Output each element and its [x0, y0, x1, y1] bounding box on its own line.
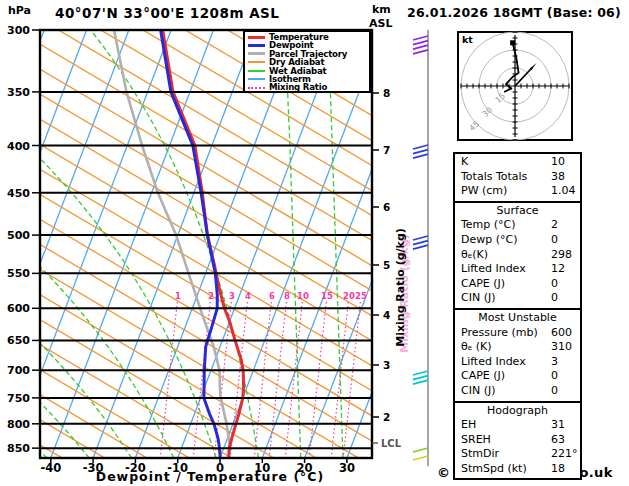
dry-adiabat-line: [0, 30, 232, 458]
pressure-tick-label: 650: [7, 334, 30, 347]
dewpoint-curve: [161, 30, 221, 458]
km-tick-label: 5: [383, 259, 390, 271]
panel-row: Dewp (°C)0: [455, 233, 580, 248]
wind-barb: [413, 456, 428, 460]
panel-row-label: θₑ (K): [461, 340, 492, 353]
panel-row-label: CIN (J): [461, 291, 495, 304]
km-tick-label: 7: [383, 144, 390, 156]
wind-barb-tick: [413, 154, 428, 158]
panel-row-value: 0: [551, 291, 558, 306]
mixing-ratio-value-label: 3: [229, 291, 235, 301]
dry-adiabat-line: [0, 30, 443, 458]
wind-barb-tick: [413, 376, 428, 380]
mixing-ratio-value-label: 2: [208, 291, 214, 301]
indices-panel: K10Totals Totals38PW (cm)1.04SurfaceTemp…: [453, 152, 582, 480]
panel-row-label: CAPE (J): [461, 369, 505, 382]
panel-section-title: Hodograph: [455, 404, 580, 419]
legend-swatch-solid: [248, 44, 265, 47]
panel-row-value: 31: [551, 418, 565, 433]
hodograph-trace-endpoint: [510, 40, 515, 45]
valid-time-title: 26.01.2026 18GMT (Base: 06): [407, 5, 621, 20]
panel-row-value: 10: [551, 155, 565, 170]
hodograph-unit-label: kt: [462, 34, 473, 45]
panel-row-label: CAPE (J): [461, 277, 505, 290]
panel-row: CAPE (J)0: [455, 277, 580, 292]
isotherm-line: [51, 30, 214, 458]
panel-row-label: K: [461, 155, 468, 168]
wind-barb: [413, 371, 428, 384]
panel-row: CAPE (J)0: [455, 369, 580, 384]
panel-row-value: 0: [551, 277, 558, 292]
legend-swatch-solid: [248, 78, 265, 80]
panel-row-value: 38: [551, 170, 565, 185]
panel-row: StmDir221°: [455, 447, 580, 462]
panel-row: PW (cm)1.04: [455, 184, 580, 199]
panel-row: Lifted Index3: [455, 355, 580, 370]
mixing-ratio-value-label: 20: [343, 291, 355, 301]
mixing-ratio-value-label: 6: [269, 291, 275, 301]
pressure-tick-label: 350: [7, 86, 30, 99]
skewt-sounding-screenshot: 1234681015202530035040045050055060065070…: [0, 0, 629, 486]
panel-section: SurfaceTemp (°C)2Dewp (°C)0θₑ(K)298Lifte…: [453, 201, 582, 310]
panel-row-label: CIN (J): [461, 384, 495, 397]
pressure-tick-label: 850: [7, 442, 30, 455]
panel-row-value: 0: [551, 233, 558, 248]
pressure-axis-unit: hPa: [8, 4, 31, 17]
wind-barb-tick: [413, 241, 428, 245]
wet-adiabat-line: [0, 26, 5, 458]
temperature-axis-title: Dewpoint / Temperature (°C): [0, 469, 420, 484]
panel-section-title: Surface: [455, 204, 580, 219]
panel-row-value: 310: [551, 340, 572, 355]
altitude-axis-unit-km: km: [372, 3, 391, 16]
panel-row-label: Temp (°C): [461, 218, 516, 231]
legend-box: TemperatureDewpointParcel TrajectoryDry …: [243, 30, 371, 93]
panel-row-value: 2: [551, 218, 558, 233]
wind-barb-tick: [413, 245, 428, 249]
pressure-tick-label: 400: [7, 140, 30, 153]
panel-row-value: 63: [551, 433, 565, 448]
panel-row-value: 298: [551, 248, 572, 263]
wind-barb: [413, 145, 428, 158]
panel-row-value: 0: [551, 369, 558, 384]
wind-barb-tick: [413, 50, 428, 54]
pressure-tick-label: 550: [7, 267, 30, 280]
panel-section-title: Most Unstable: [455, 311, 580, 326]
panel-row: Totals Totals38: [455, 170, 580, 185]
legend-swatch-solid: [248, 70, 265, 72]
panel-row-label: Lifted Index: [461, 355, 526, 368]
mixing-ratio-line: [285, 302, 302, 458]
legend-swatch-solid: [248, 52, 265, 55]
panel-row: Pressure (mb)600: [455, 326, 580, 341]
wind-barb-tick: [413, 456, 428, 460]
panel-row: θₑ (K)310: [455, 340, 580, 355]
dry-adiabat-line: [0, 30, 528, 458]
legend-item: Mixing Ratio: [245, 83, 369, 91]
panel-row: θₑ(K)298: [455, 248, 580, 263]
panel-row-label: Lifted Index: [461, 262, 526, 275]
km-tick-label: 3: [383, 359, 390, 371]
panel-row: EH31: [455, 418, 580, 433]
panel-row-label: θₑ(K): [461, 248, 488, 261]
panel-row: Lifted Index12: [455, 262, 580, 277]
panel-row-label: StmSpd (kt): [461, 462, 527, 475]
panel-row-value: 12: [551, 262, 565, 277]
panel-row: Temp (°C)2: [455, 218, 580, 233]
panel-row-value: 3: [551, 355, 558, 370]
isotherm-line: [9, 30, 172, 458]
wind-barb-tick: [413, 448, 428, 452]
pressure-tick-label: 500: [7, 229, 30, 242]
isotherm-line: [0, 30, 2, 458]
pressure-tick-label: 800: [7, 418, 30, 431]
panel-row-label: Totals Totals: [461, 170, 527, 183]
panel-row-label: PW (cm): [461, 184, 507, 197]
panel-row: K10: [455, 155, 580, 170]
legend-swatch-solid: [248, 36, 265, 39]
wind-barb: [413, 36, 428, 54]
wet-adiabat-line: [0, 26, 216, 458]
panel-row-value: 1.04: [551, 184, 576, 199]
legend-label: Mixing Ratio: [269, 83, 327, 91]
mixing-ratio-value-label: 10: [297, 291, 309, 301]
pressure-tick-label: 600: [7, 302, 30, 315]
pressure-tick-label: 750: [7, 392, 30, 405]
mixing-ratio-axis-label: Mixing Ratio (g/kg): [394, 108, 407, 468]
